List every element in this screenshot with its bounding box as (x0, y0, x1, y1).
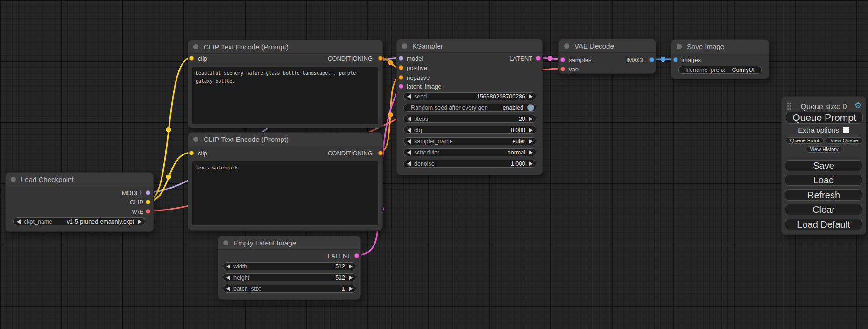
refresh-button[interactable]: Refresh (785, 189, 862, 201)
node-title-bar: Save Image (671, 40, 769, 53)
collapse-dot-icon[interactable] (11, 177, 16, 182)
input-label: images (681, 56, 701, 63)
images-input-port[interactable] (673, 57, 678, 62)
samples-input-port[interactable] (560, 57, 565, 62)
widget-value: enabled (488, 105, 523, 111)
increment-arrow-icon[interactable] (529, 94, 533, 99)
node-empty-latent-image[interactable]: Empty Latent Image LATENT width 512 heig… (218, 236, 361, 300)
collapse-dot-icon[interactable] (193, 44, 198, 49)
collapse-dot-icon[interactable] (223, 240, 228, 245)
vae-input-port[interactable] (560, 67, 565, 71)
input-label: model (407, 55, 423, 62)
clip-input-port[interactable] (189, 56, 194, 61)
output-label: MODEL (122, 189, 143, 196)
decrement-arrow-icon[interactable] (407, 128, 411, 133)
output-slot-conditioning: CONDITIONING (328, 54, 382, 63)
clear-button[interactable]: Clear (785, 204, 862, 215)
decrement-arrow-icon[interactable] (407, 139, 411, 144)
increment-arrow-icon[interactable] (529, 117, 533, 121)
collapse-dot-icon[interactable] (402, 43, 407, 49)
increment-arrow-icon[interactable] (349, 275, 353, 280)
output-label: CONDITIONING (328, 55, 373, 62)
decrement-arrow-icon[interactable] (407, 117, 411, 121)
batch-size-widget[interactable]: batch_size 1 (223, 285, 356, 293)
node-clip-text-encode-positive[interactable]: CLIP Text Encode (Prompt) clip CONDITION… (188, 40, 383, 128)
widget-label: height (233, 274, 249, 281)
save-button[interactable]: Save (785, 160, 862, 171)
input-slot-model: model (397, 54, 423, 63)
positive-prompt-textarea[interactable]: beautiful scenery nature glass bottle la… (192, 67, 378, 124)
negative-prompt-textarea[interactable]: text, watermark (192, 161, 378, 225)
increment-arrow-icon[interactable] (138, 219, 141, 224)
input-label: vae (569, 66, 579, 73)
node-vae-decode[interactable]: VAE Decode samples IMAGE vae (558, 39, 656, 74)
latent-output-port[interactable] (536, 56, 541, 61)
scheduler-widget[interactable]: scheduler normal (403, 148, 536, 156)
decrement-arrow-icon[interactable] (17, 219, 21, 224)
extra-options-checkbox[interactable] (843, 127, 849, 133)
ckpt-name-widget[interactable]: ckpt_name v1-5-pruned-emaonly.ckpt (13, 217, 145, 225)
vae-output-port[interactable] (146, 209, 150, 214)
decrement-arrow-icon[interactable] (226, 264, 230, 269)
height-widget[interactable]: height 512 (223, 273, 356, 281)
seed-widget[interactable]: seed 156680208700286 (403, 92, 536, 100)
output-slot-vae: VAE (132, 207, 153, 216)
node-clip-text-encode-negative[interactable]: CLIP Text Encode (Prompt) clip CONDITION… (188, 132, 383, 231)
clip-output-port[interactable] (146, 200, 150, 204)
node-save-image[interactable]: Save Image images filename_prefix ComfyU… (671, 39, 769, 79)
collapse-dot-icon[interactable] (193, 137, 198, 142)
decrement-arrow-icon[interactable] (407, 161, 411, 166)
node-title: KSampler (412, 42, 443, 50)
conditioning-output-port[interactable] (378, 151, 383, 155)
latent-output-port[interactable] (354, 253, 359, 258)
node-title: Save Image (687, 42, 724, 50)
widget-value: ComfyUI (732, 67, 755, 73)
node-title: CLIP Text Encode (Prompt) (204, 43, 289, 51)
load-button[interactable]: Load (785, 175, 862, 186)
decrement-arrow-icon[interactable] (226, 275, 230, 280)
filename-prefix-widget[interactable]: filename_prefix ComfyUI (678, 66, 762, 74)
increment-arrow-icon[interactable] (529, 128, 533, 133)
sampler-name-widget[interactable]: sampler_name euler (403, 137, 536, 145)
positive-input-port[interactable] (399, 65, 403, 70)
widget-value: 1.000 (435, 161, 525, 167)
node-graph-canvas[interactable]: Load Checkpoint MODEL CLIP VAE ckpt_name… (0, 0, 868, 329)
increment-arrow-icon[interactable] (529, 150, 533, 155)
view-history-button[interactable]: View History (806, 146, 842, 153)
image-output-port[interactable] (649, 57, 654, 62)
increment-arrow-icon[interactable] (349, 264, 353, 269)
output-slot-latent: LATENT (509, 54, 542, 63)
increment-arrow-icon[interactable] (529, 139, 533, 144)
decrement-arrow-icon[interactable] (407, 94, 411, 99)
decrement-arrow-icon[interactable] (407, 150, 411, 155)
width-widget[interactable]: width 512 (223, 262, 356, 270)
node-ksampler[interactable]: KSampler model LATENT positive negative … (396, 39, 543, 175)
queue-front-button[interactable]: Queue Front (786, 137, 824, 144)
cfg-widget[interactable]: cfg 8.000 (403, 126, 536, 134)
queue-prompt-button[interactable]: Queue Prompt (786, 112, 863, 124)
denoise-widget[interactable]: denoise 1.000 (403, 160, 536, 168)
conditioning-output-port[interactable] (378, 56, 383, 61)
clip-input-port[interactable] (189, 151, 194, 155)
output-label: CONDITIONING (328, 150, 373, 157)
output-label: CLIP (130, 199, 143, 206)
random-seed-toggle-widget[interactable]: Random seed after every gen enabled (403, 104, 536, 112)
steps-widget[interactable]: steps 20 (403, 115, 536, 123)
decrement-arrow-icon[interactable] (226, 287, 230, 291)
toggle-enabled-icon[interactable] (527, 104, 534, 111)
node-load-checkpoint[interactable]: Load Checkpoint MODEL CLIP VAE ckpt_name… (5, 172, 154, 232)
input-slot-clip: clip (188, 148, 207, 158)
negative-input-port[interactable] (399, 75, 403, 80)
model-input-port[interactable] (399, 56, 403, 61)
collapse-dot-icon[interactable] (564, 43, 569, 49)
link-midpoint-dot (166, 175, 171, 180)
model-output-port[interactable] (146, 190, 150, 195)
view-queue-button[interactable]: View Queue (826, 137, 863, 144)
gear-icon[interactable]: ⚙ (854, 101, 862, 110)
node-title-bar: Empty Latent Image (218, 236, 360, 250)
load-default-button[interactable]: Load Default (785, 219, 862, 230)
increment-arrow-icon[interactable] (349, 287, 353, 291)
collapse-dot-icon[interactable] (677, 44, 682, 49)
latent-image-input-port[interactable] (399, 84, 403, 89)
increment-arrow-icon[interactable] (529, 161, 533, 166)
